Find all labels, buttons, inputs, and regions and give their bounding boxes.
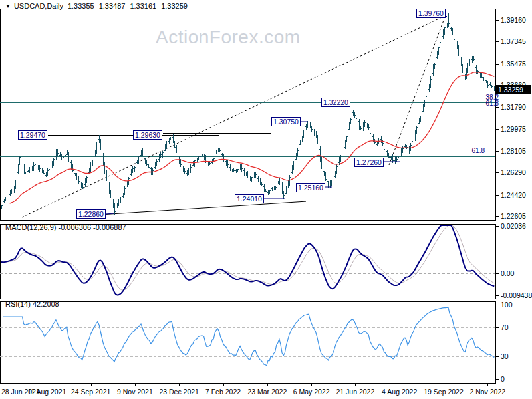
level-lines: [0, 90, 495, 157]
moving-average-line: [10, 72, 495, 203]
date-axis-label: 6 May 2022: [293, 388, 330, 396]
macd-indicator-label: MACD(12,26,9) -0.006306 -0.006887: [5, 223, 126, 231]
price-axis-tick-label: 1.26290: [501, 168, 526, 176]
macd-axis-tick-label: 0.02036: [501, 222, 526, 230]
fib-level-label: 61.8: [486, 100, 499, 107]
macd-main-line: [1, 225, 494, 295]
price-annotation: 1.25160: [296, 183, 325, 192]
date-axis-label: 11 Aug 2021: [27, 388, 66, 396]
price-annotation: 1.32220: [321, 98, 350, 107]
current-price-tag: 1.33259: [496, 85, 531, 94]
date-axis-label: 23 Dec 2021: [159, 388, 199, 396]
price-annotation: 1.24010: [235, 194, 264, 203]
ohlc-close: 1.33259: [161, 2, 188, 10]
price-axis-tick-label: 1.39160: [501, 16, 526, 24]
price-annotation: 1.39760: [416, 9, 446, 18]
rsi-value: 42.2008: [33, 300, 59, 308]
ohlc-open: 1.33355: [68, 2, 94, 10]
symbol-dropdown-icon[interactable]: ▼: [5, 3, 11, 9]
price-axis-tick-label: 1.28105: [501, 147, 526, 155]
chart-window: ▼USDCAD,Daily1.333551.334871.331611.3325…: [0, 0, 532, 399]
ohlc-high: 1.33487: [99, 2, 126, 10]
rsi-axis-tick-label: 70: [501, 323, 509, 331]
price-annotation: 1.30750: [271, 117, 301, 126]
macd-values: -0.006306 -0.006887: [58, 223, 126, 231]
price-axis-tick-label: 1.31790: [501, 103, 526, 111]
chart-canvas[interactable]: [0, 0, 532, 399]
price-axis-tick-label: 1.35475: [501, 60, 526, 68]
price-axis-tick-label: 1.29975: [501, 125, 526, 133]
date-axis-label: 19 Sep 2022: [424, 388, 464, 396]
fib-level-label: 61.8: [472, 147, 485, 154]
ohlc-low: 1.33161: [130, 2, 156, 10]
price-annotation: 1.29630: [133, 130, 162, 140]
date-axis-label: 7 Feb 2022: [205, 388, 241, 396]
price-annotation: 1.22860: [76, 209, 106, 219]
price-axis-tick-label: 1.37345: [501, 37, 526, 45]
rsi-axis-tick-label: 30: [501, 352, 509, 360]
price-bars: [2, 13, 495, 215]
date-axis-label: 4 Aug 2022: [382, 388, 417, 396]
date-axis-label: 9 Nov 2021: [117, 388, 153, 396]
symbol-period-label: USDCAD,Daily: [14, 2, 63, 10]
date-axis-label: 23 Mar 2022: [247, 388, 287, 396]
rsi-axis-tick-label: 0: [501, 375, 505, 383]
date-axis-label: 21 Jun 2022: [336, 388, 374, 396]
date-axis-label: 2 Nov 2022: [469, 388, 505, 396]
date-axis-label: 24 Sep 2021: [71, 388, 111, 396]
macd-axis-tick-label: 0.00: [501, 269, 514, 277]
price-annotation: 1.29470: [18, 130, 47, 140]
rsi-indicator-label: RSI(14) 42.2008: [5, 300, 59, 308]
macd-axis-tick-label: -0.009438: [501, 291, 532, 299]
rsi-axis-tick-label: 100: [501, 301, 513, 309]
price-annotation: 1.27260: [354, 158, 384, 167]
price-axis-tick-label: 1.24420: [501, 191, 526, 199]
chart-title-row: ▼USDCAD,Daily1.333551.334871.331611.3325…: [5, 2, 188, 10]
price-axis-tick-label: 1.22605: [501, 212, 526, 220]
